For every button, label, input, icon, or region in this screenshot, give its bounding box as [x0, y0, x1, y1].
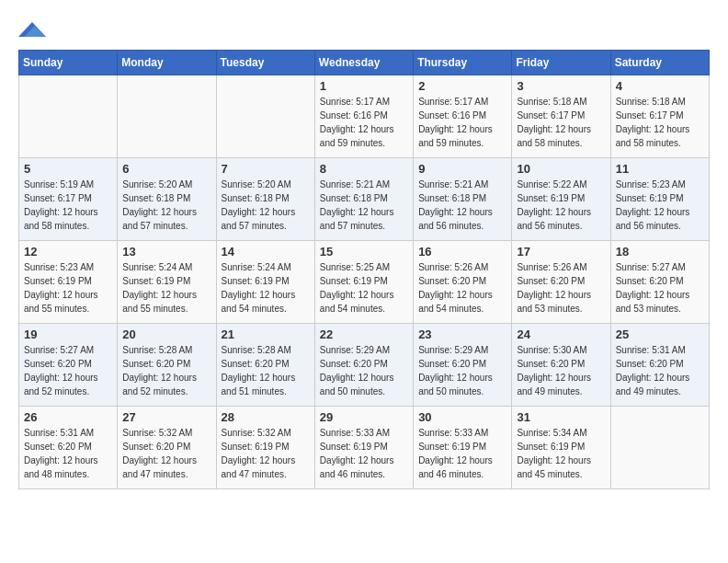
day-number: 16 — [418, 245, 506, 259]
header-cell-thursday: Thursday — [414, 51, 512, 75]
day-info: Sunrise: 5:32 AM Sunset: 6:19 PM Dayligh… — [222, 426, 310, 481]
day-info: Sunrise: 5:23 AM Sunset: 6:19 PM Dayligh… — [24, 260, 112, 316]
day-number: 17 — [517, 245, 605, 259]
day-number: 7 — [222, 162, 310, 176]
calendar-cell: 29Sunrise: 5:33 AM Sunset: 6:19 PM Dayli… — [314, 407, 413, 489]
day-info: Sunrise: 5:24 AM Sunset: 6:19 PM Dayligh… — [122, 260, 210, 316]
calendar-cell: 28Sunrise: 5:32 AM Sunset: 6:19 PM Dayli… — [216, 407, 314, 489]
day-info: Sunrise: 5:20 AM Sunset: 6:18 PM Dayligh… — [122, 178, 210, 233]
day-number: 5 — [24, 162, 112, 176]
day-number: 18 — [616, 245, 704, 259]
week-row-4: 19Sunrise: 5:27 AM Sunset: 6:20 PM Dayli… — [19, 324, 710, 407]
calendar-cell: 22Sunrise: 5:29 AM Sunset: 6:20 PM Dayli… — [314, 324, 413, 407]
calendar-cell: 30Sunrise: 5:33 AM Sunset: 6:19 PM Dayli… — [414, 407, 512, 489]
day-number: 15 — [320, 245, 408, 259]
day-info: Sunrise: 5:29 AM Sunset: 6:20 PM Dayligh… — [418, 343, 506, 398]
day-number: 24 — [517, 327, 605, 341]
calendar-cell: 1Sunrise: 5:17 AM Sunset: 6:16 PM Daylig… — [314, 75, 413, 158]
day-number: 20 — [122, 327, 210, 341]
calendar-cell: 4Sunrise: 5:18 AM Sunset: 6:17 PM Daylig… — [610, 75, 709, 158]
day-info: Sunrise: 5:32 AM Sunset: 6:20 PM Dayligh… — [122, 426, 210, 481]
day-info: Sunrise: 5:27 AM Sunset: 6:20 PM Dayligh… — [24, 343, 112, 398]
calendar-cell — [19, 75, 118, 158]
calendar-cell: 20Sunrise: 5:28 AM Sunset: 6:20 PM Dayli… — [118, 324, 216, 407]
day-info: Sunrise: 5:28 AM Sunset: 6:20 PM Dayligh… — [122, 343, 210, 398]
day-info: Sunrise: 5:31 AM Sunset: 6:20 PM Dayligh… — [24, 426, 112, 481]
day-number: 21 — [222, 327, 310, 341]
calendar-cell: 23Sunrise: 5:29 AM Sunset: 6:20 PM Dayli… — [414, 324, 512, 407]
header-cell-monday: Monday — [118, 51, 216, 75]
calendar-cell: 2Sunrise: 5:17 AM Sunset: 6:16 PM Daylig… — [414, 75, 512, 158]
day-info: Sunrise: 5:19 AM Sunset: 6:17 PM Dayligh… — [24, 178, 112, 233]
week-row-3: 12Sunrise: 5:23 AM Sunset: 6:19 PM Dayli… — [19, 241, 710, 324]
day-number: 6 — [122, 162, 210, 176]
calendar-cell: 27Sunrise: 5:32 AM Sunset: 6:20 PM Dayli… — [118, 407, 216, 489]
logo-icon — [18, 18, 46, 40]
day-number: 30 — [418, 410, 506, 424]
day-number: 3 — [517, 79, 605, 93]
page-header — [18, 18, 710, 40]
day-info: Sunrise: 5:17 AM Sunset: 6:16 PM Dayligh… — [418, 95, 506, 150]
day-info: Sunrise: 5:33 AM Sunset: 6:19 PM Dayligh… — [418, 426, 506, 481]
day-info: Sunrise: 5:24 AM Sunset: 6:19 PM Dayligh… — [222, 260, 310, 316]
day-number: 19 — [24, 327, 112, 341]
calendar-cell: 18Sunrise: 5:27 AM Sunset: 6:20 PM Dayli… — [610, 241, 709, 324]
day-info: Sunrise: 5:17 AM Sunset: 6:16 PM Dayligh… — [320, 95, 408, 150]
calendar-cell — [118, 75, 216, 158]
calendar-header: SundayMondayTuesdayWednesdayThursdayFrid… — [19, 51, 710, 75]
day-info: Sunrise: 5:23 AM Sunset: 6:19 PM Dayligh… — [616, 178, 704, 233]
calendar-cell: 7Sunrise: 5:20 AM Sunset: 6:18 PM Daylig… — [216, 158, 314, 241]
header-cell-sunday: Sunday — [19, 51, 118, 75]
calendar-cell: 15Sunrise: 5:25 AM Sunset: 6:19 PM Dayli… — [314, 241, 413, 324]
calendar-cell: 3Sunrise: 5:18 AM Sunset: 6:17 PM Daylig… — [512, 75, 610, 158]
day-number: 10 — [517, 162, 605, 176]
week-row-1: 1Sunrise: 5:17 AM Sunset: 6:16 PM Daylig… — [19, 75, 710, 158]
calendar-cell: 25Sunrise: 5:31 AM Sunset: 6:20 PM Dayli… — [610, 324, 709, 407]
calendar-cell: 19Sunrise: 5:27 AM Sunset: 6:20 PM Dayli… — [19, 324, 118, 407]
calendar-cell: 14Sunrise: 5:24 AM Sunset: 6:19 PM Dayli… — [216, 241, 314, 324]
day-info: Sunrise: 5:26 AM Sunset: 6:20 PM Dayligh… — [418, 260, 506, 316]
calendar-cell: 17Sunrise: 5:26 AM Sunset: 6:20 PM Dayli… — [512, 241, 610, 324]
header-cell-saturday: Saturday — [610, 51, 709, 75]
day-number: 8 — [320, 162, 408, 176]
day-info: Sunrise: 5:22 AM Sunset: 6:19 PM Dayligh… — [517, 178, 605, 233]
day-number: 9 — [418, 162, 506, 176]
header-cell-friday: Friday — [512, 51, 610, 75]
calendar-cell: 5Sunrise: 5:19 AM Sunset: 6:17 PM Daylig… — [19, 158, 118, 241]
day-info: Sunrise: 5:30 AM Sunset: 6:20 PM Dayligh… — [517, 343, 605, 398]
calendar-cell — [216, 75, 314, 158]
calendar-cell: 12Sunrise: 5:23 AM Sunset: 6:19 PM Dayli… — [19, 241, 118, 324]
day-info: Sunrise: 5:21 AM Sunset: 6:18 PM Dayligh… — [320, 178, 408, 233]
day-info: Sunrise: 5:31 AM Sunset: 6:20 PM Dayligh… — [616, 343, 704, 398]
calendar-cell: 10Sunrise: 5:22 AM Sunset: 6:19 PM Dayli… — [512, 158, 610, 241]
day-info: Sunrise: 5:20 AM Sunset: 6:18 PM Dayligh… — [222, 178, 310, 233]
day-info: Sunrise: 5:27 AM Sunset: 6:20 PM Dayligh… — [616, 260, 704, 316]
calendar-cell: 11Sunrise: 5:23 AM Sunset: 6:19 PM Dayli… — [610, 158, 709, 241]
header-cell-tuesday: Tuesday — [216, 51, 314, 75]
day-info: Sunrise: 5:26 AM Sunset: 6:20 PM Dayligh… — [517, 260, 605, 316]
day-number: 26 — [24, 410, 112, 424]
calendar-table: SundayMondayTuesdayWednesdayThursdayFrid… — [18, 50, 710, 489]
calendar-cell: 6Sunrise: 5:20 AM Sunset: 6:18 PM Daylig… — [118, 158, 216, 241]
day-number: 23 — [418, 327, 506, 341]
calendar-cell: 21Sunrise: 5:28 AM Sunset: 6:20 PM Dayli… — [216, 324, 314, 407]
calendar-body: 1Sunrise: 5:17 AM Sunset: 6:16 PM Daylig… — [19, 75, 710, 489]
day-number: 28 — [222, 410, 310, 424]
calendar-cell: 31Sunrise: 5:34 AM Sunset: 6:19 PM Dayli… — [512, 407, 610, 489]
day-number: 31 — [517, 410, 605, 424]
logo — [18, 18, 51, 40]
calendar-cell: 16Sunrise: 5:26 AM Sunset: 6:20 PM Dayli… — [414, 241, 512, 324]
calendar-cell: 24Sunrise: 5:30 AM Sunset: 6:20 PM Dayli… — [512, 324, 610, 407]
calendar-cell: 9Sunrise: 5:21 AM Sunset: 6:18 PM Daylig… — [414, 158, 512, 241]
day-info: Sunrise: 5:28 AM Sunset: 6:20 PM Dayligh… — [222, 343, 310, 398]
day-number: 14 — [222, 245, 310, 259]
day-number: 25 — [616, 327, 704, 341]
day-number: 22 — [320, 327, 408, 341]
calendar-cell: 26Sunrise: 5:31 AM Sunset: 6:20 PM Dayli… — [19, 407, 118, 489]
calendar-cell — [610, 407, 709, 489]
day-info: Sunrise: 5:34 AM Sunset: 6:19 PM Dayligh… — [517, 426, 605, 481]
day-number: 12 — [24, 245, 112, 259]
day-info: Sunrise: 5:29 AM Sunset: 6:20 PM Dayligh… — [320, 343, 408, 398]
day-number: 13 — [122, 245, 210, 259]
calendar-cell: 13Sunrise: 5:24 AM Sunset: 6:19 PM Dayli… — [118, 241, 216, 324]
